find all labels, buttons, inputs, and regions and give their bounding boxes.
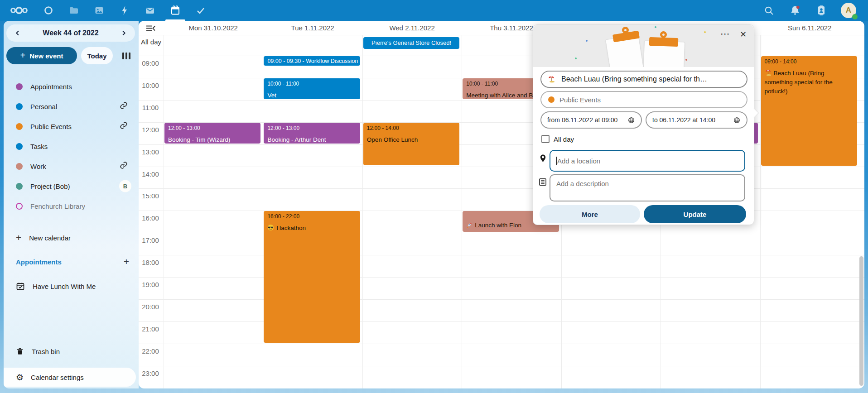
search-icon[interactable]	[762, 4, 776, 17]
timezone-globe-icon[interactable]	[733, 116, 741, 124]
tasks-icon[interactable]	[194, 4, 207, 17]
day-header-0: Mon 31.10.2022	[164, 21, 263, 35]
trash-bin-button[interactable]: Trash bin	[4, 342, 139, 360]
sidebar-calendar-public-events[interactable]: Public Events	[4, 117, 139, 135]
allday-checkbox[interactable]	[541, 135, 550, 143]
hour-label: 14:00	[139, 170, 162, 178]
calendar-event[interactable]: 12:00 - 13:00Booking - Arthur Dent	[264, 123, 360, 144]
day-header-1: Tue 1.11.2022	[263, 21, 362, 35]
calendar-event[interactable]: 12:00 - 13:00Booking - Tim (Wizard)	[164, 123, 260, 144]
avatar[interactable]: A	[841, 3, 856, 18]
calendar-event[interactable]: 09:00 - 14:00Beach Luau (Bring something…	[761, 56, 857, 166]
calendar-color-dot	[16, 103, 23, 110]
top-bar: A	[0, 0, 868, 21]
sidebar-calendar-project-bob-[interactable]: Project (Bob)B	[4, 177, 139, 195]
mail-icon[interactable]	[143, 4, 157, 17]
event-title-input[interactable]: Beach Luau (Bring something special for …	[540, 71, 747, 88]
hour-gridline	[139, 144, 864, 145]
calendar-picker-value: Public Events	[559, 96, 601, 104]
dashboard-icon[interactable]	[42, 4, 55, 17]
column-gridline	[263, 35, 263, 388]
calendar-label: Project (Bob)	[30, 182, 70, 190]
calendar-event[interactable]: 09:00 - 09:30 - Workflow Discussion	[264, 56, 360, 66]
beach-emoji	[765, 69, 772, 76]
popup-actions-menu-icon[interactable]: ⋯	[720, 29, 730, 39]
sidebar-calendar-tasks[interactable]: Tasks	[4, 137, 139, 155]
timezone-globe-icon[interactable]	[627, 116, 635, 124]
appointment-config-label: Have Lunch With Me	[33, 283, 96, 290]
location-pin-icon	[539, 153, 547, 163]
vertical-scrollbar[interactable]	[859, 256, 863, 386]
collapse-allday-icon[interactable]	[146, 25, 156, 34]
allday-event[interactable]: Pierre's General Store Closed!	[363, 37, 459, 49]
event-time: 12:00 - 13:00	[267, 125, 356, 131]
hour-gridline	[139, 233, 864, 233]
hour-label: 15:00	[139, 192, 162, 200]
next-week-button[interactable]	[117, 26, 130, 40]
hour-label: 22:00	[139, 347, 162, 355]
header-divider	[139, 35, 864, 35]
event-title-value: Beach Luau (Bring something special for …	[561, 75, 707, 83]
add-appointment-config-button[interactable]: +	[124, 256, 129, 267]
event-time: 12:00 - 13:00	[168, 125, 257, 131]
description-icon	[538, 177, 547, 187]
hour-gridline	[139, 366, 864, 366]
update-button[interactable]: Update	[644, 205, 746, 223]
calendar-event[interactable]: 10:00 - 11:00Vet	[264, 78, 360, 99]
event-editor-popup: ⋯ ✕ Beach Luau (Bring something special …	[533, 24, 754, 225]
activity-icon[interactable]	[118, 4, 131, 17]
hour-gridline	[139, 56, 864, 56]
shared-by-badge: B	[119, 180, 131, 192]
previous-week-button[interactable]	[11, 26, 24, 40]
sidebar-calendar-personal[interactable]: Personal	[4, 97, 139, 115]
location-input[interactable]: Add a location	[550, 150, 745, 172]
new-event-button[interactable]: + New event	[6, 47, 77, 64]
start-datetime-input[interactable]: from 06.11.2022 at 09:00	[540, 111, 642, 129]
calendar-settings-button[interactable]: ⚙ Calendar settings	[4, 368, 136, 387]
share-link-icon[interactable]	[120, 101, 128, 111]
share-link-icon[interactable]	[120, 161, 128, 171]
calendar-color-dot	[16, 123, 23, 130]
rocket-emoji	[466, 222, 473, 228]
calendar-app-icon[interactable]	[169, 4, 182, 17]
contacts-icon[interactable]	[815, 4, 828, 17]
end-datetime-input[interactable]: to 06.11.2022 at 14:00	[646, 111, 747, 129]
notifications-bell-icon[interactable]	[788, 4, 802, 17]
calendar-week-view: Mon 31.10.2022Tue 1.11.2022Wed 2.11.2022…	[139, 21, 864, 388]
new-calendar-button[interactable]: + New calendar	[4, 229, 139, 247]
nextcloud-logo[interactable]	[8, 4, 30, 17]
today-button[interactable]: Today	[81, 47, 113, 64]
description-placeholder: Add a description	[556, 180, 609, 187]
event-title: Launch with Elon	[466, 221, 521, 230]
appointment-config-item[interactable]: Have Lunch With Me	[4, 277, 139, 295]
calendar-check-icon	[16, 282, 25, 291]
appointments-section-header: Appointments +	[16, 256, 129, 267]
sidebar-calendar-fenchurch-library[interactable]: Fenchurch Library	[4, 197, 139, 215]
status-online-dot	[852, 14, 858, 19]
allday-checkbox-label: All day	[554, 135, 574, 143]
hour-label: 12:00	[139, 126, 162, 134]
calendar-color-dot	[16, 183, 23, 190]
share-link-icon[interactable]	[120, 121, 128, 131]
description-input[interactable]: Add a description	[550, 174, 745, 201]
calendar-event[interactable]: 12:00 - 14:00Open Office Lunch	[363, 123, 459, 166]
calendar-event[interactable]: 16:00 - 22:00Hackathon	[264, 211, 360, 342]
hour-gridline	[139, 277, 864, 278]
sidebar-calendar-work[interactable]: Work	[4, 157, 139, 175]
column-gridline	[462, 35, 462, 388]
view-mode-icon[interactable]	[122, 53, 130, 59]
day-header-6: Sun 6.11.2022	[760, 21, 859, 35]
event-title: Beach Luau (Bring something special for …	[765, 69, 854, 96]
hour-label: 18:00	[139, 259, 162, 266]
more-button[interactable]: More	[540, 205, 640, 223]
close-icon[interactable]: ✕	[740, 29, 747, 39]
hour-gridline	[139, 188, 864, 189]
settings-label: Calendar settings	[31, 374, 84, 381]
calendar-picker[interactable]: Public Events	[540, 91, 747, 108]
photos-icon[interactable]	[92, 4, 106, 17]
files-icon[interactable]	[67, 4, 81, 17]
event-title: Hackathon	[267, 224, 356, 233]
column-gridline	[760, 35, 761, 388]
event-time: 10:00 - 11:00	[267, 81, 356, 87]
sidebar-calendar-appointments[interactable]: Appointments	[4, 77, 139, 96]
